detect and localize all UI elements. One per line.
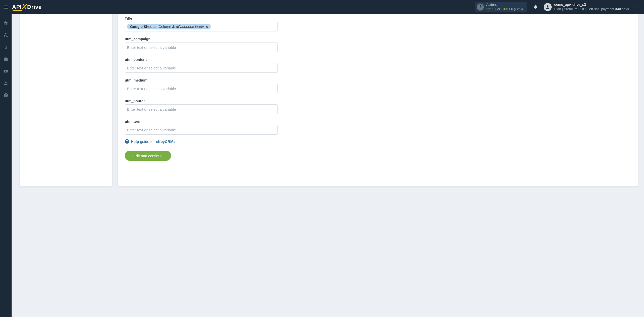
chip-value: «Facebook lead» bbox=[176, 25, 204, 29]
field-label: utm_medium bbox=[125, 78, 278, 82]
field-label: utm_term bbox=[125, 120, 278, 124]
variable-chip[interactable]: Google Sheets | Column J: «Facebook lead… bbox=[127, 24, 211, 29]
actions-label: Actions: bbox=[486, 3, 523, 7]
user-avatar-icon bbox=[545, 5, 550, 10]
user-name: demo_apix-drive_s3 bbox=[554, 3, 629, 7]
actions-quota[interactable]: i Actions: 22'097 of 100'000 (22%) bbox=[475, 2, 527, 12]
sidebar-item-video[interactable] bbox=[0, 66, 12, 76]
field-input-utm-campaign[interactable] bbox=[125, 43, 278, 52]
user-icon bbox=[3, 81, 8, 86]
field-label: Title bbox=[125, 16, 278, 20]
input-utm-term[interactable] bbox=[127, 128, 275, 132]
sidebar-item-help[interactable] bbox=[0, 90, 12, 100]
logo-part-api: API bbox=[12, 4, 22, 10]
dollar-icon bbox=[3, 45, 8, 50]
field-group-utm-source: utm_source bbox=[125, 99, 278, 114]
question-icon: ? bbox=[125, 139, 129, 144]
actions-of: of bbox=[497, 7, 500, 11]
field-group-utm-campaign: utm_campaign bbox=[125, 37, 278, 52]
chip-remove-icon[interactable]: ✕ bbox=[206, 25, 208, 29]
youtube-icon bbox=[3, 69, 8, 74]
help-guide-link[interactable]: ? Help guide for «KeyCRM» bbox=[125, 139, 176, 144]
sidebar-item-connections[interactable] bbox=[0, 30, 12, 40]
user-block[interactable]: demo_apix-drive_s3 Plan | Premium PRO | … bbox=[554, 3, 629, 11]
field-label: utm_content bbox=[125, 58, 278, 62]
field-input-utm-content[interactable] bbox=[125, 63, 278, 73]
input-utm-medium[interactable] bbox=[127, 87, 275, 91]
field-input-title[interactable]: Google Sheets | Column J: «Facebook lead… bbox=[125, 22, 278, 31]
bell-icon bbox=[533, 5, 538, 9]
field-label: utm_campaign bbox=[125, 37, 278, 41]
avatar[interactable] bbox=[544, 3, 552, 11]
sitemap-icon bbox=[3, 32, 8, 37]
svg-rect-2 bbox=[7, 36, 7, 37]
sidebar-item-billing[interactable] bbox=[0, 42, 12, 52]
help-text: Help guide for «KeyCRM» bbox=[131, 139, 176, 144]
field-input-utm-source[interactable] bbox=[125, 104, 278, 114]
input-utm-source[interactable] bbox=[127, 107, 275, 111]
field-input-utm-term[interactable] bbox=[125, 125, 278, 135]
input-utm-campaign[interactable] bbox=[127, 45, 275, 50]
actions-pct: (22%) bbox=[514, 7, 523, 11]
actions-used: 22'097 bbox=[486, 7, 496, 11]
actions-text: Actions: 22'097 of 100'000 (22%) bbox=[486, 3, 523, 11]
menu-toggle[interactable] bbox=[0, 0, 12, 14]
chip-column: Column J: bbox=[158, 25, 175, 29]
field-input-utm-medium[interactable] bbox=[125, 84, 278, 93]
info-icon: i bbox=[477, 4, 484, 11]
chevron-down-icon bbox=[635, 5, 639, 9]
field-label: utm_source bbox=[125, 99, 278, 103]
user-plan: Plan | Premium PRO | left until payment … bbox=[554, 7, 629, 11]
logo-part-drive: Drive bbox=[27, 4, 42, 10]
chip-source: Google Sheets bbox=[130, 25, 156, 29]
sidebar bbox=[0, 14, 12, 317]
home-icon bbox=[3, 20, 8, 25]
field-group-utm-medium: utm_medium bbox=[125, 78, 278, 93]
sidebar-item-work[interactable] bbox=[0, 54, 12, 64]
hamburger-icon bbox=[3, 4, 9, 10]
chip-separator: | bbox=[157, 25, 158, 29]
field-group-title: Title Google Sheets | Column J: «Faceboo… bbox=[125, 16, 278, 31]
main-panel: Title Google Sheets | Column J: «Faceboo… bbox=[118, 14, 638, 186]
logo[interactable]: APIXDrive bbox=[12, 3, 42, 11]
input-utm-content[interactable] bbox=[127, 66, 275, 70]
actions-total: 100'000 bbox=[501, 7, 513, 11]
sidebar-item-account[interactable] bbox=[0, 78, 12, 88]
help-icon bbox=[3, 93, 8, 98]
field-group-utm-content: utm_content bbox=[125, 58, 278, 73]
edit-continue-button[interactable]: Edit and continue bbox=[125, 151, 171, 161]
field-group-utm-term: utm_term bbox=[125, 120, 278, 135]
svg-rect-0 bbox=[5, 33, 6, 34]
content-area: Title Google Sheets | Column J: «Faceboo… bbox=[12, 14, 644, 317]
sidebar-item-home[interactable] bbox=[0, 18, 12, 28]
user-menu-toggle[interactable] bbox=[634, 4, 640, 10]
logo-part-x: X bbox=[22, 3, 27, 11]
mapping-form: Title Google Sheets | Column J: «Faceboo… bbox=[125, 16, 278, 161]
left-panel bbox=[20, 14, 112, 186]
svg-rect-1 bbox=[4, 36, 5, 37]
briefcase-icon bbox=[3, 57, 8, 62]
notifications-button[interactable] bbox=[531, 3, 540, 12]
logo-underline bbox=[13, 10, 22, 11]
top-bar: APIXDrive i Actions: 22'097 of 100'000 (… bbox=[0, 0, 644, 14]
